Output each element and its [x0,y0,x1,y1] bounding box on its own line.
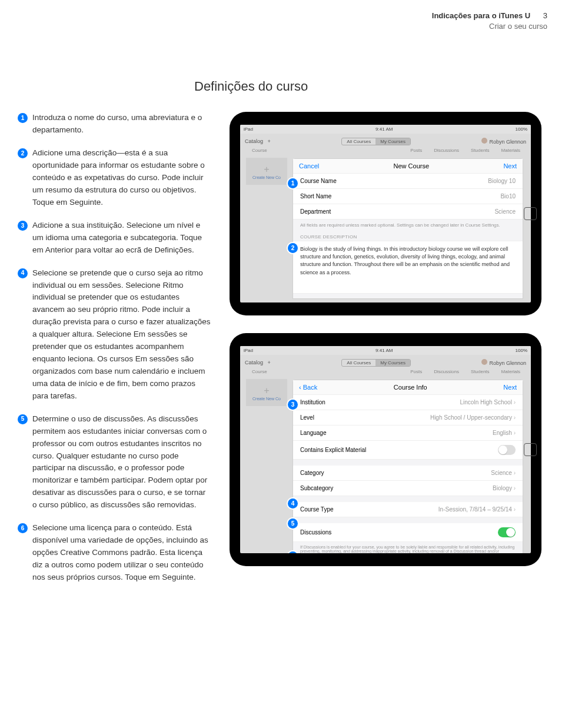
modal-title: Course Info [394,384,427,391]
step-4: 4 Selecione se pretende que o curso seja… [18,267,212,403]
catalog-label: Catalog [245,360,263,365]
step-badge-4: 4 [18,268,28,278]
discussions-toggle[interactable] [498,527,516,537]
short-name-field[interactable]: Short Name Bio10 [293,189,523,204]
department-label: Department [300,208,331,215]
step-badge-6: 6 [18,523,28,533]
course-name-value: Biology 10 [488,178,516,184]
discussions-label: Discussions [300,529,331,536]
category-label: Category [300,470,324,476]
seg-all[interactable]: All Courses [342,360,375,366]
course-name-field[interactable]: Course Name Biology 10 [293,174,523,189]
plus-icon: + [261,385,272,397]
tab-posts[interactable]: Posts [410,148,422,153]
level-label: Level [300,414,314,421]
category-value: Science [491,470,516,476]
seg-my[interactable]: My Courses [375,138,410,145]
status-right: 100% [516,127,527,132]
institution-field[interactable]: Institution Lincoln High School [293,395,523,410]
step-2: 2 Adicione uma descrição—esta é a sua op… [18,147,212,209]
section-title: Definições do curso [194,79,547,94]
ipad-mock-1: iPad 9:41 AM 100% Catalog + All Courses … [230,112,541,315]
modal-title: New Course [394,162,430,169]
step-5: 5 Determine o uso de discussões. As disc… [18,413,212,511]
status-time: 9:41 AM [375,127,393,132]
tab-materials[interactable]: Materials [501,369,520,374]
language-label: Language [300,430,327,436]
tab-discussions[interactable]: Discussions [434,148,459,153]
segmented-control[interactable]: All Courses My Courses [341,359,411,367]
tab-students[interactable]: Students [471,369,490,374]
create-course-tile[interactable]: + Create New Co [246,379,287,406]
tab-discussions[interactable]: Discussions [434,369,459,374]
step-text-6: Selecione uma licença para o conteúdo. E… [32,522,212,584]
tab-course[interactable]: Course [252,148,267,153]
tile-label: Create New Co [252,397,281,401]
discussions-field[interactable]: Discussions [293,523,523,542]
step-badge-5: 5 [18,414,28,424]
step-badge-2: 2 [18,148,28,158]
tab-materials[interactable]: Materials [501,148,520,153]
department-field[interactable]: Department Science [293,204,523,220]
tile-label: Create New Co [252,175,281,179]
explicit-toggle[interactable] [498,445,516,455]
doc-header: Indicações para o iTunes U 3 Criar o seu… [18,11,547,32]
step-text-3: Adicione a sua instituição. Selecione um… [32,220,212,257]
tab-posts[interactable]: Posts [410,369,422,374]
institution-label: Institution [300,399,325,405]
status-bar: iPad 9:41 AM 100% [240,125,531,134]
discussions-helper: If Discussions is enabled for your cours… [293,542,523,553]
subcategory-value: Biology [493,485,516,491]
subcategory-field[interactable]: Subcategory Biology [293,481,523,496]
description-textarea[interactable]: Biology is the study of living things. I… [293,241,523,294]
user-name: Robyn Glennon [489,139,526,145]
step-text-2: Adicione uma descrição—esta é a sua opor… [32,147,212,209]
step-text-4: Selecione se pretende que o curso seja a… [32,267,212,403]
status-bar: iPad 9:41 AM 100% [240,346,531,355]
tab-students[interactable]: Students [471,148,490,153]
level-value: High School / Upper-secondary [430,414,516,421]
department-value: Science [494,208,516,215]
course-type-label: Course Type [300,506,334,513]
next-button[interactable]: Next [503,162,517,169]
status-left: iPad [244,127,253,132]
seg-my[interactable]: My Courses [375,360,410,366]
cancel-button[interactable]: Cancel [299,162,319,169]
category-field[interactable]: Category Science [293,466,523,481]
step-badge-1: 1 [18,113,28,123]
step-text-5: Determine o uso de discussões. As discus… [32,413,212,511]
level-field[interactable]: Level High School / Upper-secondary [293,410,523,426]
next-button[interactable]: Next [503,384,517,391]
step-3: 3 Adicione a sua instituição. Selecione … [18,220,212,257]
page-number: 3 [543,11,547,21]
explicit-field[interactable]: Contains Explicit Material [293,441,523,460]
segmented-control[interactable]: All Courses My Courses [341,138,411,145]
doc-title: Indicações para o iTunes U [432,11,530,20]
plus-icon[interactable]: + [268,138,271,144]
desc-header: COURSE DESCRIPTION [293,231,523,241]
new-course-modal: Cancel New Course Next 1 Course Name Bio… [293,159,523,298]
step-badge-3: 3 [18,221,28,231]
language-field[interactable]: Language English [293,426,523,441]
course-info-modal: ‹ Back Course Info Next 3 Institution Li… [293,380,523,553]
explicit-label: Contains Explicit Material [300,447,366,453]
language-value: English [493,430,516,436]
course-type-value: In-Session, 7/8/14 – 9/25/14 [438,506,516,513]
status-right: 100% [516,348,527,353]
catalog-label: Catalog [245,138,263,144]
user-name: Robyn Glennon [489,360,526,366]
course-type-field[interactable]: Course Type In-Session, 7/8/14 – 9/25/14 [293,502,523,517]
seg-all[interactable]: All Courses [342,138,375,145]
back-button[interactable]: ‹ Back [299,384,317,391]
status-time: 9:41 AM [375,348,393,353]
helper-text: All fields are required unless marked op… [293,220,523,231]
status-left: iPad [244,348,253,353]
ipad-mock-2: iPad 9:41 AM 100% Catalog + All Courses … [230,333,541,566]
create-course-tile[interactable]: + Create New Co [246,158,287,185]
avatar [481,138,487,144]
plus-icon[interactable]: + [268,360,271,365]
avatar [481,359,487,365]
institution-value: Lincoln High School [460,399,516,405]
subcategory-label: Subcategory [300,485,333,491]
tab-course[interactable]: Course [252,369,267,374]
